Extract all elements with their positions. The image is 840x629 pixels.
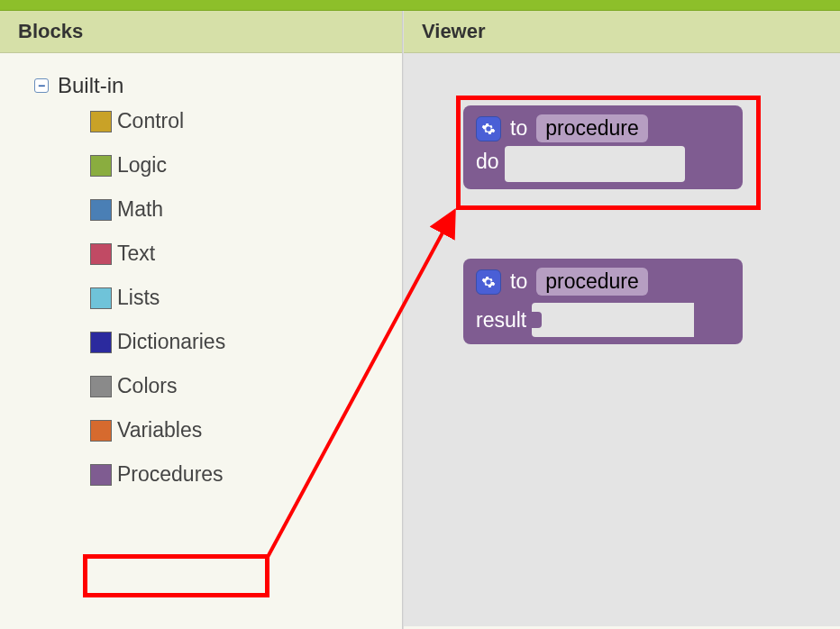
swatch-lists [90,287,112,309]
blocks-title: Blocks [18,20,83,42]
label-procedures: Procedures [117,462,224,487]
swatch-logic [90,155,112,177]
swatch-dictionaries [90,332,112,353]
main-layout: Blocks − Built-in Control Logic Math [0,11,840,629]
tree-item-procedures[interactable]: Procedures [90,462,393,487]
swatch-text [90,243,112,265]
swatch-procedures [90,464,112,486]
blocks-tree: − Built-in Control Logic Math T [0,53,402,496]
gear-icon[interactable] [476,269,501,295]
gear-icon[interactable] [476,116,501,141]
tree-item-logic[interactable]: Logic [90,153,393,178]
app-top-bar [0,0,840,11]
label-dictionaries: Dictionaries [117,330,225,354]
swatch-control [90,111,112,132]
to-label: to [510,116,527,141]
result-socket[interactable] [532,303,694,337]
collapse-icon[interactable]: − [34,78,49,93]
swatch-math [90,199,112,221]
block-procedure-do[interactable]: to procedure do [463,105,743,189]
tree-item-variables[interactable]: Variables [90,418,393,442]
blocks-header: Blocks [0,11,402,53]
label-text: Text [117,242,155,266]
block-procedure-result[interactable]: to procedure result [463,259,743,344]
label-math: Math [117,197,163,222]
swatch-variables [90,420,112,442]
blocks-panel: Blocks − Built-in Control Logic Math [0,11,403,629]
tree-root-builtin[interactable]: − Built-in [34,73,393,98]
label-colors: Colors [117,374,177,398]
viewer-panel: Viewer to procedure do [403,11,840,629]
tree-item-colors[interactable]: Colors [90,374,393,398]
label-control: Control [117,109,184,133]
procedure-name-field[interactable]: procedure [536,114,648,142]
tree-item-math[interactable]: Math [90,197,393,222]
label-lists: Lists [117,286,160,310]
tree-item-dictionaries[interactable]: Dictionaries [90,330,393,354]
viewer-header: Viewer [404,11,840,53]
label-logic: Logic [117,153,167,178]
procedure-name-field[interactable]: procedure [536,268,648,296]
label-variables: Variables [117,418,202,442]
tree-item-text[interactable]: Text [90,242,393,266]
tree-children: Control Logic Math Text Lists [34,109,393,487]
result-label: result [476,308,526,333]
do-socket[interactable] [505,146,685,182]
swatch-colors [90,376,112,397]
tree-item-lists[interactable]: Lists [90,286,393,310]
to-label: to [510,269,527,294]
viewer-title: Viewer [422,20,486,42]
viewer-area[interactable]: to procedure do to procedure [404,53,840,626]
do-label: do [476,146,499,174]
tree-item-control[interactable]: Control [90,109,393,133]
tree-root-label: Built-in [58,73,123,98]
